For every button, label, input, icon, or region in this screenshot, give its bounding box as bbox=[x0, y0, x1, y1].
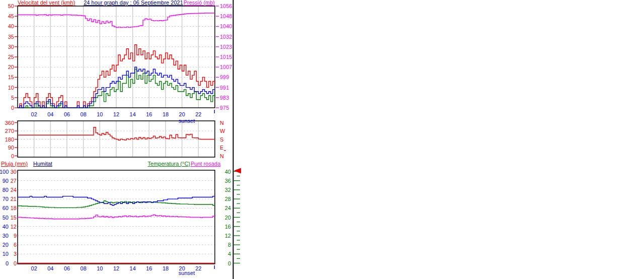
dew_point_c-line bbox=[18, 215, 215, 219]
chart1-wind-tick-label: 15 bbox=[0, 75, 14, 80]
chart1-wind-tick-label: 5 bbox=[0, 95, 14, 101]
chart3-humidity-tick-label: 80 bbox=[0, 187, 9, 193]
chart1-pressure-tick-label: 983 bbox=[220, 95, 229, 101]
chart1-hour-label: 10 bbox=[94, 112, 106, 117]
chart2-degree-tick-label: 90 bbox=[0, 145, 14, 151]
humidity-axis-title: Humitat bbox=[33, 161, 52, 167]
chart1-wind-tick-label: 30 bbox=[0, 44, 14, 50]
chart3-humidity-tick-label: 70 bbox=[0, 196, 9, 202]
chart3-temperature-tick-label: 24 bbox=[221, 205, 231, 211]
chart3-hour-label: 10 bbox=[94, 266, 106, 271]
rain-axis-title: Pluja (mm) bbox=[1, 161, 28, 167]
chart3-rain-tick-label: 6 bbox=[9, 242, 17, 248]
chart1-hour-label: 06 bbox=[61, 112, 73, 117]
chart2-compass-tick-label: W bbox=[220, 128, 225, 134]
temperature-marker-arrow-icon bbox=[234, 168, 242, 174]
chart3-humidity-tick-label: 100 bbox=[0, 169, 9, 175]
chart3-humidity-tick-label: 30 bbox=[0, 233, 9, 239]
chart2-compass-tick-label: N bbox=[220, 154, 224, 159]
chart3-temperature-tick-label: 32 bbox=[221, 187, 231, 193]
chart1-pressure-tick-label: 1015 bbox=[220, 54, 232, 60]
chart3-humidity-tick-label: 10 bbox=[0, 251, 9, 257]
chart1-pressure-tick-label: 1056 bbox=[220, 4, 232, 9]
chart1-wind-tick-label: 50 bbox=[0, 4, 14, 9]
chart1-wind-tick-label: 45 bbox=[0, 14, 14, 19]
chart3-hour-label: 12 bbox=[110, 266, 122, 271]
chart2-compass-tick-label: N bbox=[220, 120, 224, 126]
chart3-hour-label: 14 bbox=[127, 266, 139, 271]
chart1-wind-tick-label: 25 bbox=[0, 54, 14, 60]
chart2-degree-tick-label: 270 bbox=[0, 128, 14, 134]
chart3-rain-tick-label: 9 bbox=[9, 233, 17, 239]
chart3-rain-tick-label: 30 bbox=[9, 169, 17, 175]
chart3-temperature-tick-label: 4 bbox=[221, 251, 231, 257]
chart1-pressure-tick-label: 1023 bbox=[220, 44, 232, 50]
chart3-temperature-tick-label: 40 bbox=[221, 169, 231, 175]
chart1-hour-label: 20 bbox=[176, 112, 188, 117]
chart3-humidity-tick-label: 90 bbox=[0, 178, 9, 184]
page-title: 24 hour graph day : 06 Septiembre 2021 bbox=[78, 0, 189, 6]
chart3-rain-tick-label: 0 bbox=[9, 261, 17, 266]
chart1-wind-tick-label: 20 bbox=[0, 64, 14, 70]
chart1-hour-label: 12 bbox=[110, 112, 122, 117]
weather-graphs-window: Velocitat del vent (kmh) 24 hour graph d… bbox=[0, 0, 644, 279]
chart3-hour-label: 08 bbox=[77, 266, 90, 271]
charts-canvas bbox=[0, 0, 644, 279]
chart1-hour-label: 04 bbox=[44, 112, 56, 117]
chart3-humidity-tick-label: 20 bbox=[0, 242, 9, 248]
temperature-axis-title: Temperatura (°C) bbox=[126, 161, 190, 167]
chart3-rain-tick-label: 18 bbox=[9, 205, 17, 211]
chart3-rain-tick-label: 24 bbox=[9, 187, 17, 193]
chart3-temperature-tick-label: 28 bbox=[221, 196, 231, 202]
chart1-pressure-tick-label: 1048 bbox=[220, 14, 232, 19]
chart1-wind-tick-label: 0 bbox=[0, 105, 14, 111]
chart3-hour-label: 16 bbox=[143, 266, 155, 271]
wind-speed-axis-title: Velocitat del vent (kmh) bbox=[18, 0, 75, 6]
chart2-degree-tick-label: 0 bbox=[0, 154, 14, 159]
chart1-hour-label: 22 bbox=[192, 112, 204, 117]
chart2-degree-tick-label: 360 bbox=[0, 120, 14, 126]
chart3-rain-tick-label: 3 bbox=[9, 251, 17, 257]
sunset-label-chart1: sunset bbox=[177, 118, 197, 124]
chart1-wind-tick-label: 35 bbox=[0, 34, 14, 40]
chart1-hour-label: 16 bbox=[143, 112, 155, 117]
chart3-humidity-tick-label: 40 bbox=[0, 224, 9, 230]
chart1-hour-label: 02 bbox=[28, 112, 40, 117]
chart1-pressure-tick-label: 991 bbox=[220, 85, 229, 91]
chart3-rain-tick-label: 21 bbox=[9, 196, 17, 202]
chart3-temperature-tick-label: 36 bbox=[221, 178, 231, 184]
chart1-hour-label: 18 bbox=[159, 112, 172, 117]
chart3-hour-label: 04 bbox=[44, 266, 56, 271]
chart2-degree-tick-label: 180 bbox=[0, 137, 14, 143]
chart1-wind-tick-label: 10 bbox=[0, 85, 14, 91]
chart3-hour-label: 20 bbox=[176, 266, 188, 271]
chart1-wind-tick-label: 40 bbox=[0, 24, 14, 29]
chart3-rain-tick-label: 15 bbox=[9, 215, 17, 221]
chart3-rain-tick-label: 27 bbox=[9, 178, 17, 184]
chart1-pressure-tick-label: 1040 bbox=[220, 24, 232, 29]
chart3-humidity-tick-label: 0 bbox=[0, 261, 9, 266]
chart3-hour-label: 22 bbox=[192, 266, 204, 271]
chart3-humidity-tick-label: 50 bbox=[0, 215, 9, 221]
chart3-hour-label: 02 bbox=[28, 266, 40, 271]
chart3-temperature-tick-label: 12 bbox=[221, 233, 231, 239]
chart3-humidity-tick-label: 60 bbox=[0, 205, 9, 211]
chart3-hour-label: 06 bbox=[61, 266, 73, 271]
pressure-axis-title: Pressió (mb) bbox=[177, 0, 215, 6]
chart1-pressure-tick-label: 1007 bbox=[220, 64, 232, 70]
chart3-rain-tick-label: 12 bbox=[9, 224, 17, 230]
chart1-pressure-tick-label: 975 bbox=[220, 105, 229, 111]
chart3-temperature-tick-label: 8 bbox=[221, 242, 231, 248]
chart1-pressure-tick-label: 1032 bbox=[220, 34, 232, 40]
chart3-temperature-tick-label: 20 bbox=[221, 215, 231, 221]
chart3-temperature-tick-label: 0 bbox=[221, 261, 231, 266]
chart1-hour-label: 08 bbox=[77, 112, 90, 117]
chart3-temperature-tick-label: 16 bbox=[221, 224, 231, 230]
chart3-hour-label: 18 bbox=[159, 266, 172, 271]
chart2-compass-tick-label: S bbox=[220, 137, 223, 143]
chart2-compass-tick-label: E bbox=[220, 145, 223, 151]
chart1-pressure-tick-label: 999 bbox=[220, 75, 229, 80]
dewpoint-axis-title: Punt rosada bbox=[191, 161, 220, 167]
chart1-hour-label: 14 bbox=[127, 112, 139, 117]
